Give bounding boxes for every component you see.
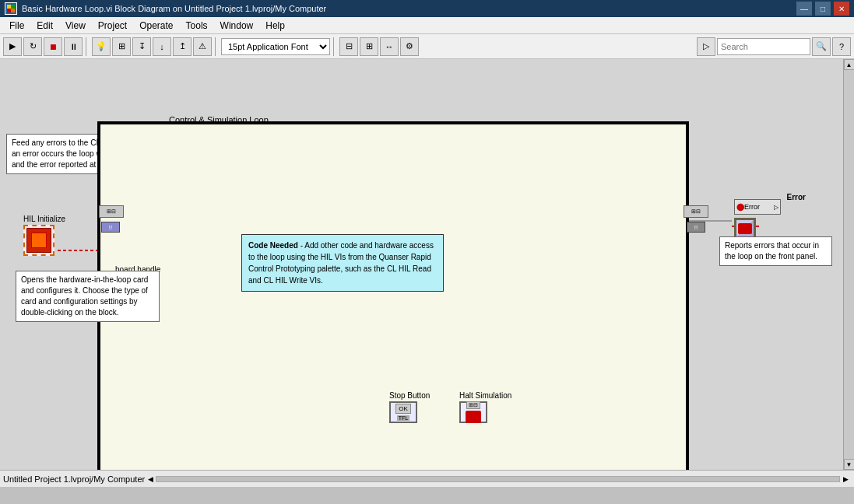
menu-window[interactable]: Window xyxy=(214,19,260,33)
step-out-button[interactable]: ↥ xyxy=(173,37,192,56)
menu-bar: File Edit View Project Operate Tools Win… xyxy=(0,17,854,34)
opens-annotation: Opens the hardware-in-the-loop card and … xyxy=(16,271,160,322)
halt-label: Halt Simulation xyxy=(459,391,511,400)
resize-button[interactable]: ↔ xyxy=(380,37,399,56)
font-dropdown[interactable]: 15pt Application Font xyxy=(221,38,330,55)
toolbar: ▶ ↻ ⏹ ⏸ 💡 ⊞ ↧ ↓ ↥ ⚠ 15pt Application Fon… xyxy=(0,34,854,59)
retain-wire-button[interactable]: ⊞ xyxy=(112,37,131,56)
distribute-button[interactable]: ⊞ xyxy=(360,37,378,56)
step-over-button[interactable]: ↓ xyxy=(153,37,171,56)
menu-tools[interactable]: Tools xyxy=(180,19,214,33)
scrollbar-right[interactable]: ▲ ▼ xyxy=(843,59,854,470)
port-iter: !! xyxy=(101,222,120,233)
svg-rect-1 xyxy=(7,5,11,9)
svg-rect-3 xyxy=(7,9,11,12)
close-button[interactable]: ✕ xyxy=(834,2,849,16)
scroll-track-right[interactable] xyxy=(844,70,854,459)
code-needed-bold: Code Needed xyxy=(248,241,298,250)
loop-right-port-top: ⊞⊟ xyxy=(684,205,708,218)
port-box-top: ⊞⊟ xyxy=(99,205,124,218)
search-button[interactable]: 🔍 xyxy=(812,37,831,56)
app-icon xyxy=(5,2,17,15)
run-button[interactable]: ▶ xyxy=(3,37,22,56)
title-bar: Basic Hardware Loop.vi Block Diagram on … xyxy=(0,0,854,17)
hil-label: HIL Initialize xyxy=(23,215,65,223)
svg-rect-4 xyxy=(11,5,15,9)
hil-icon[interactable] xyxy=(23,225,54,256)
menu-view[interactable]: View xyxy=(59,19,92,33)
hil-initialize-block[interactable]: HIL Initialize xyxy=(23,215,65,256)
reorder-button[interactable]: ⚙ xyxy=(400,37,419,56)
reports-annotation: Reports errors that occur in the loop on… xyxy=(719,236,832,266)
scroll-up-arrow[interactable]: ▲ xyxy=(844,59,855,70)
loop-left-port-top: ⊞⊟ xyxy=(99,205,124,218)
status-text: Untitled Project 1.lvproj/My Computer xyxy=(3,474,145,484)
abort-button[interactable]: ⏹ xyxy=(44,37,62,56)
status-scrollbar[interactable] xyxy=(156,476,840,482)
port-box-right-top: ⊞⊟ xyxy=(684,205,708,218)
loop-right-port-iter: !! xyxy=(687,220,705,233)
menu-file[interactable]: File xyxy=(3,19,30,33)
stop-icon[interactable]: OK TFL xyxy=(389,401,417,423)
search-input[interactable] xyxy=(717,38,810,55)
svg-rect-2 xyxy=(11,9,15,12)
toolbar-separator-1 xyxy=(86,37,89,56)
main-area: Feed any errors to the CD&Sim loop. If a… xyxy=(0,59,854,487)
loop-label: Control & Simulation Loop xyxy=(169,115,269,124)
canvas-area[interactable]: Feed any errors to the CD&Sim loop. If a… xyxy=(0,59,843,470)
warn-button[interactable]: ⚠ xyxy=(193,37,212,56)
code-needed-box: Code Needed - Add other code and hardwar… xyxy=(241,234,444,292)
stop-label: Stop Button xyxy=(389,391,430,400)
run-continuous-button[interactable]: ↻ xyxy=(23,37,42,56)
align-button[interactable]: ⊟ xyxy=(339,37,358,56)
error-indicator: ⬤ Error ▷ xyxy=(734,199,781,215)
menu-operate[interactable]: Operate xyxy=(133,19,179,33)
status-scroll-left[interactable]: ◀ xyxy=(145,471,156,488)
window-controls[interactable]: — □ ✕ xyxy=(796,2,849,16)
menu-help[interactable]: Help xyxy=(259,19,291,33)
help-arrow-button[interactable]: ▷ xyxy=(697,37,715,56)
scroll-down-arrow[interactable]: ▼ xyxy=(844,459,855,470)
toolbar-separator-2 xyxy=(215,37,218,56)
halt-icon[interactable]: ⊞⊟ xyxy=(459,401,487,423)
status-bar: Untitled Project 1.lvproj/My Computer ◀ … xyxy=(0,470,854,487)
help-button[interactable]: ? xyxy=(832,37,851,56)
halt-simulation-block[interactable]: Halt Simulation ⊞⊟ xyxy=(459,391,511,423)
pause-button[interactable]: ⏸ xyxy=(64,37,83,56)
error-block[interactable]: ⬤ Error ▷ xyxy=(734,199,781,240)
port-iter-right: !! xyxy=(687,222,705,233)
status-scroll-right[interactable]: ▶ xyxy=(840,471,851,488)
menu-edit[interactable]: Edit xyxy=(30,19,59,33)
minimize-button[interactable]: — xyxy=(796,2,812,16)
toolbar-separator-3 xyxy=(333,37,336,56)
highlight-button[interactable]: 💡 xyxy=(92,37,111,56)
stop-button-block[interactable]: Stop Button OK TFL xyxy=(389,391,430,423)
maximize-button[interactable]: □ xyxy=(815,2,831,16)
loop-left-port-iter: !! xyxy=(101,220,120,233)
step-into-button[interactable]: ↧ xyxy=(132,37,151,56)
error-label: Error xyxy=(787,193,806,201)
menu-project[interactable]: Project xyxy=(92,19,133,33)
window-title: Basic Hardware Loop.vi Block Diagram on … xyxy=(22,4,796,13)
